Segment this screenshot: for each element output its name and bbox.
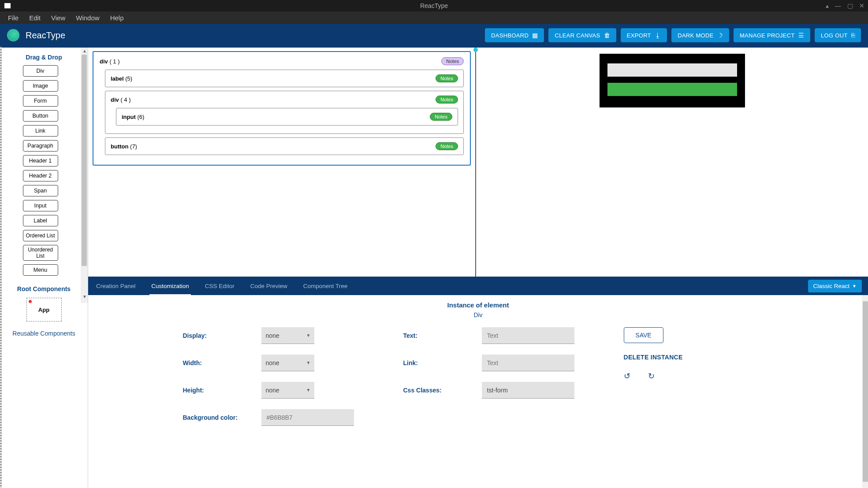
window-minimize-icon[interactable]: — <box>835 2 841 9</box>
preview-button-rect <box>607 83 737 96</box>
tab-code-preview[interactable]: Code Preview <box>249 277 289 295</box>
canvas-node-label-5[interactable]: label (5) Notes <box>105 70 464 87</box>
window-close-icon[interactable]: ✕ <box>859 2 864 9</box>
canvas-node-div-1[interactable]: div ( 1 ) Notes label (5) Notes di <box>93 51 471 166</box>
tab-customization[interactable]: Customization <box>149 277 191 295</box>
bottom-tabbar: Creation Panel Customization CSS Editor … <box>88 277 868 295</box>
select-height[interactable]: none▼ <box>261 382 314 399</box>
drag-item-div[interactable]: Div <box>23 65 58 77</box>
drag-item-form[interactable]: Form <box>23 95 58 107</box>
drag-item-unordered-list[interactable]: Unordered List <box>23 245 58 261</box>
preview-area <box>476 48 868 277</box>
chevron-down-icon: ▼ <box>852 284 857 288</box>
menu-icon: ☰ <box>798 32 804 39</box>
label-text: Text: <box>403 332 474 339</box>
menu-view[interactable]: View <box>47 13 70 23</box>
dashboard-button[interactable]: DASHBOARD▦ <box>485 28 544 42</box>
download-icon: ⭳ <box>655 32 661 39</box>
chevron-down-icon: ▼ <box>306 333 311 338</box>
dark-mode-button[interactable]: DARK MODE☽ <box>671 28 729 42</box>
drag-items-list: Div Image Form Button Link Paragraph Hea… <box>0 65 88 280</box>
root-component-label: App <box>38 307 49 313</box>
drag-item-span[interactable]: Span <box>23 185 58 196</box>
canvas-row: div ( 1 ) Notes label (5) Notes di <box>88 48 868 277</box>
os-titlebar: ReacType ▴ — ▢ ✕ <box>0 0 868 11</box>
drag-item-link[interactable]: Link <box>23 125 58 137</box>
canvas-node-div-4[interactable]: div ( 4 ) Notes input (6) Notes <box>105 91 464 134</box>
menu-window[interactable]: Window <box>71 13 104 23</box>
app-name: ReacType <box>26 30 65 41</box>
menu-edit[interactable]: Edit <box>25 13 45 23</box>
redo-button[interactable]: ↻ <box>648 371 655 381</box>
workspace: Drag & Drop Div Image Form Button Link P… <box>0 47 868 488</box>
select-display[interactable]: none▼ <box>261 327 314 344</box>
drag-item-image[interactable]: Image <box>23 80 58 92</box>
node-label: label (5) <box>111 75 132 82</box>
input-css-classes[interactable] <box>482 382 574 399</box>
canvas-area[interactable]: div ( 1 ) Notes label (5) Notes di <box>88 48 476 277</box>
node-label: div ( 1 ) <box>100 58 120 65</box>
label-display: Display: <box>183 332 253 339</box>
left-panel-scrollbar[interactable]: ▲ ▼ <box>81 48 88 303</box>
save-button[interactable]: SAVE <box>624 327 663 343</box>
window-misc-icon[interactable]: ▴ <box>826 2 829 9</box>
canvas-node-button-7[interactable]: button (7) Notes <box>105 137 464 155</box>
app-logo <box>7 29 19 41</box>
label-css-classes: Css Classes: <box>403 387 474 394</box>
drag-item-input[interactable]: Input <box>23 200 58 211</box>
menu-help[interactable]: Help <box>106 13 128 23</box>
tab-css-editor[interactable]: CSS Editor <box>203 277 236 295</box>
window-title: ReacType <box>420 2 448 9</box>
resize-handle-icon[interactable] <box>473 48 478 52</box>
drag-item-paragraph[interactable]: Paragraph <box>23 140 58 152</box>
instance-heading: Instance of element <box>106 301 850 309</box>
window-maximize-icon[interactable]: ▢ <box>847 2 853 9</box>
undo-button[interactable]: ↺ <box>624 371 630 381</box>
canvas-node-input-6[interactable]: input (6) Notes <box>116 108 458 126</box>
input-bgcolor[interactable] <box>261 409 354 426</box>
drag-item-label[interactable]: Label <box>23 215 58 226</box>
appbar: ReacType DASHBOARD▦ CLEAR CANVAS🗑 EXPORT… <box>0 24 868 47</box>
logout-button[interactable]: LOG OUT⎘ <box>815 28 861 42</box>
scrollbar-thumb[interactable] <box>863 301 868 482</box>
notes-button[interactable]: Notes <box>430 113 452 121</box>
reusable-components-heading: Reusable Components <box>0 323 88 337</box>
scroll-down-icon[interactable]: ▼ <box>82 294 87 302</box>
left-panel: Drag & Drop Div Image Form Button Link P… <box>0 48 88 488</box>
chevron-down-icon: ▼ <box>306 360 311 365</box>
clear-canvas-button[interactable]: CLEAR CANVAS🗑 <box>548 28 616 42</box>
notes-button[interactable]: Notes <box>441 57 464 65</box>
props-scrollbar[interactable] <box>862 295 868 488</box>
window-resize-edge[interactable] <box>0 47 2 488</box>
node-label: button (7) <box>111 143 137 150</box>
drag-item-button[interactable]: Button <box>23 110 58 122</box>
menu-file[interactable]: File <box>4 13 23 23</box>
delete-instance-button[interactable]: DELETE INSTANCE <box>624 354 683 361</box>
chevron-down-icon: ▼ <box>306 388 311 392</box>
logout-icon: ⎘ <box>851 32 855 39</box>
manage-project-button[interactable]: MANAGE PROJECT☰ <box>734 28 810 42</box>
drag-item-menu[interactable]: Menu <box>23 264 58 276</box>
react-mode-select[interactable]: Classic React ▼ <box>808 280 862 292</box>
customization-panel: Instance of element Div Display: none▼ W… <box>88 295 868 488</box>
input-text[interactable] <box>482 327 574 344</box>
notes-button[interactable]: Notes <box>436 74 458 82</box>
drag-item-ordered-list[interactable]: Ordered List <box>23 230 58 241</box>
root-component-app[interactable]: App <box>26 298 62 322</box>
notes-button[interactable]: Notes <box>436 142 458 150</box>
notes-button[interactable]: Notes <box>436 96 458 104</box>
input-link[interactable] <box>482 355 574 371</box>
center-area: div ( 1 ) Notes label (5) Notes di <box>88 48 868 488</box>
scroll-up-icon[interactable]: ▲ <box>82 48 87 53</box>
node-label: input (6) <box>122 114 144 120</box>
tab-component-tree[interactable]: Component Tree <box>302 277 350 295</box>
scrollbar-thumb[interactable] <box>82 55 87 266</box>
root-components-heading: Root Components <box>0 280 88 296</box>
export-button[interactable]: EXPORT⭳ <box>621 28 667 42</box>
drag-item-header1[interactable]: Header 1 <box>23 155 58 166</box>
label-bgcolor: Background color: <box>183 414 253 421</box>
tab-creation-panel[interactable]: Creation Panel <box>94 277 137 295</box>
preview-label-rect <box>607 63 737 77</box>
drag-item-header2[interactable]: Header 2 <box>23 170 58 181</box>
select-width[interactable]: none▼ <box>261 355 314 371</box>
